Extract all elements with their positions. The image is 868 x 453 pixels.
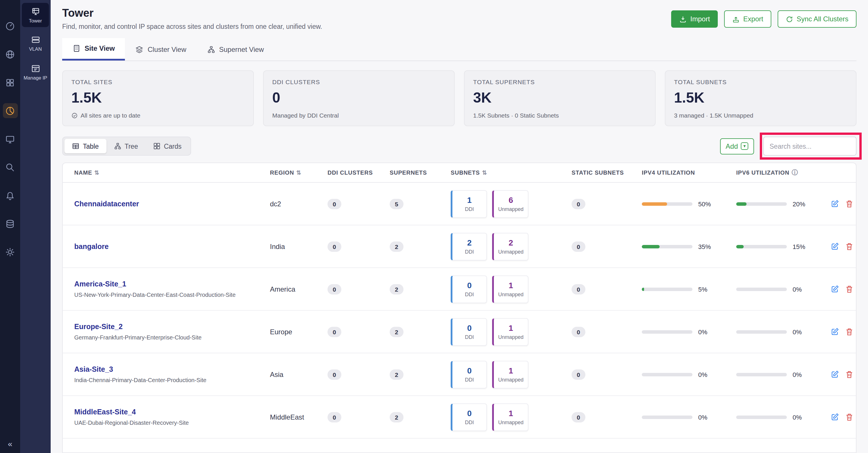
stat-note-text: Managed by DDI Central xyxy=(272,112,339,119)
delete-icon[interactable] xyxy=(845,328,854,336)
info-icon[interactable]: ⓘ xyxy=(792,168,798,177)
ipam-icon[interactable] xyxy=(3,103,18,118)
sidebar-item-label: VLAN xyxy=(29,47,42,52)
ipv4-progress-track xyxy=(642,415,692,419)
sync-icon xyxy=(786,15,793,23)
supernets-badge: 2 xyxy=(390,412,403,422)
sort-icon: ⇅ xyxy=(482,169,487,176)
subnet-unmapped-label: Unmapped xyxy=(498,420,524,425)
ipv6-percent: 0% xyxy=(793,328,802,335)
collapse-sidebar-icon[interactable]: « xyxy=(0,439,20,448)
static-subnets-badge: 0 xyxy=(571,242,585,252)
table-row: bangalore India 0 2 2 DDI 2 Unmapped 0 3… xyxy=(63,225,856,268)
delete-icon[interactable] xyxy=(845,242,854,251)
modules-icon[interactable] xyxy=(3,75,18,90)
vlan-icon xyxy=(31,35,40,45)
subnet-unmapped-box: 2 Unmapped xyxy=(492,232,528,260)
subnet-unmapped-count: 1 xyxy=(508,323,513,333)
edit-icon[interactable] xyxy=(831,370,839,379)
subnet-ddi-count: 2 xyxy=(467,238,472,247)
sync-label: Sync All Clusters xyxy=(797,15,848,23)
site-name-link[interactable]: Europe-Site_2 xyxy=(74,323,264,331)
column-header-name[interactable]: NAME⇅ xyxy=(68,169,264,176)
audit-search-icon[interactable] xyxy=(3,160,18,175)
subnet-ddi-box: 0 DDI xyxy=(451,318,487,345)
bell-icon[interactable] xyxy=(3,188,18,203)
view-tree-button[interactable]: Tree xyxy=(106,139,145,153)
sidebar-item-manage-ip[interactable]: Manage IP xyxy=(22,60,49,84)
tab-cluster-view[interactable]: Cluster View xyxy=(125,38,196,60)
ddi-clusters-badge: 0 xyxy=(328,327,341,337)
column-header-static-subnets: STATIC SUBNETS xyxy=(566,169,636,176)
view-label: Cards xyxy=(164,143,181,149)
dashboard-icon[interactable] xyxy=(3,19,18,33)
edit-icon[interactable] xyxy=(831,285,839,293)
view-cards-button[interactable]: Cards xyxy=(145,139,189,153)
cluster-view-icon xyxy=(135,45,144,53)
subnet-ddi-box: 2 DDI xyxy=(451,232,487,260)
delete-icon[interactable] xyxy=(845,199,854,208)
add-button[interactable]: Add ▾ xyxy=(720,138,754,154)
chevron-down-icon: ▾ xyxy=(741,142,748,150)
sidebar-item-vlan[interactable]: VLAN xyxy=(22,31,49,56)
export-icon xyxy=(733,15,740,23)
region-value: dc2 xyxy=(264,200,322,208)
ddi-clusters-badge: 0 xyxy=(328,199,341,209)
gear-icon[interactable] xyxy=(3,244,18,259)
sync-all-clusters-button[interactable]: Sync All Clusters xyxy=(778,10,857,28)
ipv6-percent: 20% xyxy=(793,200,805,207)
stat-card-total-subnets: TOTAL SUBNETS 1.5K 3 managed · 1.5K Unma… xyxy=(665,70,857,126)
ipv6-percent: 0% xyxy=(793,286,802,292)
subnet-unmapped-count: 6 xyxy=(508,195,513,205)
site-name-link[interactable]: MiddleEast-Site_4 xyxy=(74,408,264,416)
site-name-link[interactable]: bangalore xyxy=(74,242,264,250)
dns-globe-icon[interactable] xyxy=(3,47,18,62)
static-subnets-badge: 0 xyxy=(571,327,585,337)
stat-note: All sites are up to date xyxy=(71,112,245,119)
ipv6-percent: 0% xyxy=(793,371,802,378)
delete-icon[interactable] xyxy=(845,413,854,421)
subnet-unmapped-count: 1 xyxy=(508,366,513,375)
view-table-button[interactable]: Table xyxy=(64,139,106,153)
ipv6-utilization-cell: 0% xyxy=(731,286,825,292)
edit-icon[interactable] xyxy=(831,328,839,336)
stat-value: 3K xyxy=(473,89,646,106)
column-header-region[interactable]: REGION⇅ xyxy=(264,169,322,176)
subnet-ddi-count: 0 xyxy=(467,281,472,290)
manage-ip-icon xyxy=(31,64,40,73)
supernets-badge: 2 xyxy=(390,327,403,337)
app-window: « Tower VLAN Manage IP Tower Find, monit… xyxy=(0,0,868,453)
tab-site-view[interactable]: Site View xyxy=(62,38,125,60)
edit-icon[interactable] xyxy=(831,413,839,421)
delete-icon[interactable] xyxy=(845,370,854,379)
devices-icon[interactable] xyxy=(3,132,18,146)
tab-supernet-view[interactable]: Supernet View xyxy=(196,38,274,60)
import-button[interactable]: Import xyxy=(672,10,718,28)
column-header-subnets[interactable]: SUBNETS⇅ xyxy=(445,169,566,176)
ddi-clusters-badge: 0 xyxy=(328,369,341,380)
sidebar-item-tower[interactable]: Tower xyxy=(22,3,49,27)
stat-label: TOTAL SUBNETS xyxy=(674,78,847,85)
ipv4-progress-track xyxy=(642,287,692,291)
ddi-clusters-badge: 0 xyxy=(328,284,341,294)
table-row: MiddleEast-Site_4 UAE-Dubai-Regional-Dis… xyxy=(63,396,856,438)
delete-icon[interactable] xyxy=(845,285,854,293)
stat-note-text: 3 managed · 1.5K Unmapped xyxy=(674,112,753,119)
edit-icon[interactable] xyxy=(831,199,839,208)
search-input[interactable] xyxy=(763,137,857,155)
export-button[interactable]: Export xyxy=(724,10,771,28)
site-view-icon xyxy=(72,45,81,52)
database-icon[interactable] xyxy=(3,216,18,231)
site-name-link[interactable]: America-Site_1 xyxy=(74,280,264,288)
table-row: Chennaidatacenter dc2 0 5 1 DDI 6 Unmapp… xyxy=(63,183,856,225)
table-row: Asia-Site_3 India-Chennai-Primary-Data-C… xyxy=(63,353,856,396)
subnet-ddi-label: DDI xyxy=(465,334,474,340)
site-name-link[interactable]: Chennaidatacenter xyxy=(74,200,264,208)
subnet-ddi-label: DDI xyxy=(465,206,474,212)
table-body: Chennaidatacenter dc2 0 5 1 DDI 6 Unmapp… xyxy=(63,183,856,438)
ipv4-progress-track xyxy=(642,330,692,333)
tower-icon xyxy=(31,7,40,16)
edit-icon[interactable] xyxy=(831,242,839,251)
site-name-link[interactable]: Asia-Site_3 xyxy=(74,365,264,373)
ipv6-progress-track xyxy=(736,202,787,205)
